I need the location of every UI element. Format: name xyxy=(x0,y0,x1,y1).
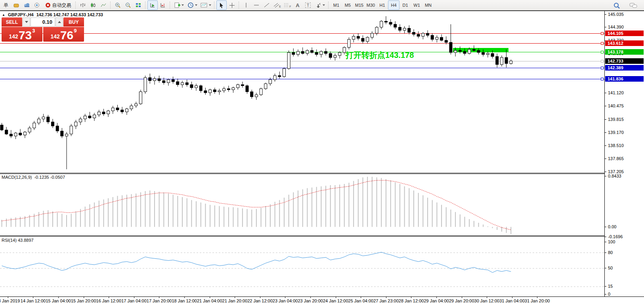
rsi-tick: 100 xyxy=(608,239,615,244)
chart-annotation[interactable]: 打开转折点143.178 xyxy=(346,50,414,61)
text-label-button[interactable]: T xyxy=(303,0,313,10)
price-axis[interactable]: 145.035144.390143.730143.085142.425141.7… xyxy=(604,11,644,296)
candle xyxy=(153,76,156,84)
rsi-pane[interactable] xyxy=(0,237,604,296)
search-button[interactable] xyxy=(612,1,622,10)
volume-increase-button[interactable] xyxy=(55,17,63,27)
candle xyxy=(19,129,22,136)
candle xyxy=(116,105,119,112)
vertical-line-button[interactable] xyxy=(241,0,251,10)
candle xyxy=(213,88,216,94)
rsi-tick: 80 xyxy=(608,250,613,255)
auto-trading-button[interactable]: 自动交易 xyxy=(42,0,74,10)
candle xyxy=(352,34,355,42)
timeframe-h1[interactable]: H1 xyxy=(376,0,388,10)
crosshair-button[interactable] xyxy=(227,0,237,10)
buy-button[interactable]: BUY xyxy=(63,17,84,27)
candle xyxy=(468,48,471,55)
equidistant-channel-button[interactable]: E xyxy=(272,0,282,10)
timeframe-mn[interactable]: MN xyxy=(422,0,434,10)
candle xyxy=(218,89,221,95)
rsi-line xyxy=(2,252,511,272)
time-label: 23 Jan 20:00 xyxy=(298,298,323,303)
timeframe-m5[interactable]: M5 xyxy=(342,0,354,10)
macd-label-row: MACD(12,26,9) -0.1235 -0.0507 xyxy=(2,175,65,180)
timeframe-m30[interactable]: M30 xyxy=(365,0,376,10)
sell-button[interactable]: SELL xyxy=(2,17,22,27)
price-tick: 137.865 xyxy=(608,156,624,161)
candle xyxy=(329,52,332,59)
auto-scroll-button[interactable] xyxy=(147,0,158,10)
tile-windows-button[interactable] xyxy=(133,0,143,10)
timeframe-m1[interactable]: M1 xyxy=(331,0,342,10)
candle xyxy=(510,59,512,65)
toolbar-separator xyxy=(110,2,111,9)
fibonacci-button[interactable]: F xyxy=(282,0,292,10)
indicators-button[interactable] xyxy=(172,0,185,10)
publish-button[interactable] xyxy=(21,0,32,10)
candle xyxy=(195,84,198,91)
pane-separator[interactable] xyxy=(0,173,604,174)
chart-icon-button[interactable] xyxy=(11,0,21,10)
timeframe-h4[interactable]: H4 xyxy=(388,0,399,10)
arrows-icon xyxy=(315,2,321,8)
timeframe-w1[interactable]: W1 xyxy=(411,0,422,10)
zoom-in-icon xyxy=(115,2,121,8)
macd-pane[interactable] xyxy=(0,174,604,235)
candle xyxy=(399,24,401,32)
candle xyxy=(88,112,91,119)
candle xyxy=(283,67,286,78)
volume-input[interactable]: 0.10 xyxy=(31,17,55,27)
zoom-out-button[interactable] xyxy=(123,0,133,10)
candle xyxy=(93,113,96,121)
sell-price-panel[interactable]: 142 73 3 xyxy=(2,27,42,42)
text-button[interactable]: A xyxy=(292,0,303,10)
rsi-tick: 0 xyxy=(608,292,610,296)
rsi-label-row: RSI(14) 43.8897 xyxy=(2,238,34,243)
candle xyxy=(111,106,114,114)
chart-shift-button[interactable] xyxy=(158,0,168,10)
volume-value: 0.10 xyxy=(42,19,52,25)
macd-tick: -0.1696 xyxy=(608,234,623,239)
arrows-button[interactable] xyxy=(313,0,327,10)
one-click-trading-panel: SELL 0.10 BUY 142 73 3 142 76 9 xyxy=(2,17,84,42)
timeframe-m15[interactable]: M15 xyxy=(354,0,365,10)
toolbar-separator xyxy=(214,2,215,9)
candlestick-chart-button[interactable] xyxy=(88,0,98,10)
zoom-in-button[interactable] xyxy=(113,0,123,10)
candle xyxy=(167,78,170,86)
candle xyxy=(482,50,485,57)
bar-chart-button[interactable] xyxy=(78,0,88,10)
candle xyxy=(227,86,230,92)
volume-down-icon xyxy=(25,21,28,23)
volume-decrease-button[interactable] xyxy=(23,17,30,27)
candle xyxy=(431,33,434,41)
new-order-button[interactable]: 单 xyxy=(1,0,11,10)
zoom-out-icon xyxy=(125,2,131,8)
line-chart-button[interactable] xyxy=(98,0,109,10)
trendline-button[interactable] xyxy=(262,0,272,10)
pane-separator[interactable] xyxy=(0,235,604,237)
channel-letter: E xyxy=(279,5,281,8)
cursor-button[interactable] xyxy=(216,0,227,10)
price-badge-support: 142.389 xyxy=(605,65,644,71)
signals-button[interactable] xyxy=(32,0,42,10)
templates-button[interactable] xyxy=(199,0,212,10)
periods-button[interactable] xyxy=(185,0,199,10)
price-badge-resistance: 144.105 xyxy=(605,31,644,36)
candle xyxy=(459,46,461,54)
candle xyxy=(56,123,59,133)
time-axis[interactable]: 13 Jan 201914 Jan 12:0015 Jan 04:0015 Ja… xyxy=(0,296,644,304)
macd-tick: 0.00 xyxy=(608,224,616,229)
chat-button[interactable] xyxy=(628,1,638,10)
candle xyxy=(121,107,124,114)
candle xyxy=(23,131,26,138)
buy-price-panel[interactable]: 142 76 9 xyxy=(43,27,84,42)
price-chart-canvas[interactable] xyxy=(0,11,604,173)
time-label: 29 Jan 20:00 xyxy=(449,298,474,303)
candle xyxy=(237,84,239,90)
timeframe-d1[interactable]: D1 xyxy=(399,0,411,10)
horizontal-line-button[interactable] xyxy=(251,0,262,10)
candle xyxy=(334,54,336,61)
candle xyxy=(311,48,313,54)
